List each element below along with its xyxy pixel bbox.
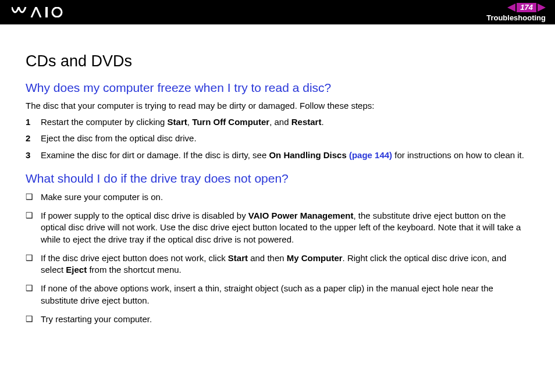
intro-text: The disc that your computer is trying to… (26, 101, 529, 111)
checklist: ❑ Make sure your computer is on. ❑ If po… (26, 191, 529, 325)
step-number: 1 (26, 116, 41, 128)
page-title: CDs and DVDs (26, 52, 529, 70)
checkbox-bullet-icon: ❑ (26, 283, 41, 307)
step-item: 2 Eject the disc from the optical disc d… (26, 133, 529, 144)
section-label: Troubleshooting (486, 13, 546, 22)
list-item: ❑ Make sure your computer is on. (26, 191, 529, 203)
step-item: 3 Examine the disc for dirt or damage. I… (26, 149, 529, 161)
item-text: If none of the above options work, inser… (41, 283, 529, 307)
list-item: ❑ Try restarting your computer. (26, 313, 529, 325)
question-heading: Why does my computer freeze when I try t… (26, 81, 529, 95)
page-content: CDs and DVDs Why does my computer freeze… (0, 24, 555, 325)
list-item: ❑ If power supply to the optical disc dr… (26, 210, 529, 245)
item-text: If the disc drive eject button does not … (41, 252, 529, 276)
checkbox-bullet-icon: ❑ (26, 210, 41, 245)
step-number: 2 (26, 133, 41, 144)
step-number: 3 (26, 149, 41, 161)
step-text: Examine the disc for dirt or damage. If … (41, 149, 529, 161)
checkbox-bullet-icon: ❑ (26, 252, 41, 276)
next-page-arrow-icon[interactable] (538, 3, 546, 12)
list-item: ❑ If none of the above options work, ins… (26, 283, 529, 307)
step-text: Eject the disc from the optical disc dri… (41, 133, 529, 144)
svg-point-1 (52, 8, 62, 17)
page-navigation: 174 (507, 3, 546, 12)
question-heading: What should I do if the drive tray does … (26, 172, 529, 186)
list-item: ❑ If the disc drive eject button does no… (26, 252, 529, 276)
vaio-logo (12, 7, 65, 17)
checkbox-bullet-icon: ❑ (26, 191, 41, 203)
item-text: If power supply to the optical disc driv… (41, 210, 529, 245)
item-text: Make sure your computer is on. (41, 191, 529, 203)
page-header: 174 Troubleshooting (0, 0, 555, 24)
checkbox-bullet-icon: ❑ (26, 313, 41, 325)
numbered-steps: 1 Restart the computer by clicking Start… (26, 116, 529, 161)
header-nav: 174 Troubleshooting (486, 3, 546, 22)
item-text: Try restarting your computer. (41, 313, 529, 325)
svg-rect-0 (45, 7, 48, 17)
step-item: 1 Restart the computer by clicking Start… (26, 116, 529, 128)
step-text: Restart the computer by clicking Start, … (41, 116, 529, 128)
page-number: 174 (517, 3, 536, 12)
page-link[interactable]: (page 144) (347, 150, 392, 160)
prev-page-arrow-icon[interactable] (507, 3, 515, 12)
